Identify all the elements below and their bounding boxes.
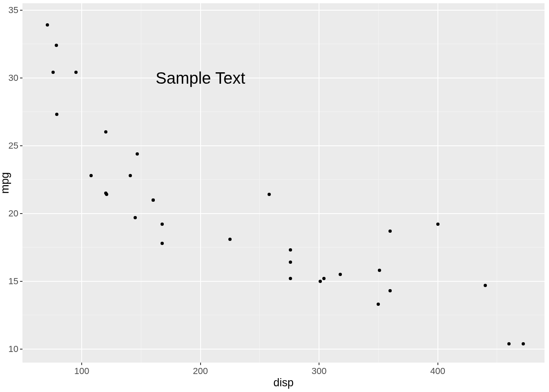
data-point [268,193,271,196]
gridline-x-major [81,3,82,363]
data-point [377,303,380,306]
data-point [89,174,93,177]
annotation-text: Sample Text [156,69,245,87]
tick-mark-y [20,145,22,146]
tick-label-x: 200 [193,366,208,376]
data-point [46,23,49,27]
tick-label-y: 15 [7,276,18,287]
tick-mark-x [200,363,201,365]
gridline-x-major [319,3,319,363]
scatter-chart: 100200300400101520253035Sample Textdispm… [0,0,549,392]
data-point [134,216,137,219]
data-point [507,342,511,345]
gridline-y-major [22,145,545,146]
gridline-y-major [22,10,545,11]
gridline-y-major [22,349,545,350]
data-point [289,248,292,252]
gridline-x-minor [141,3,141,363]
plot-panel [22,3,545,363]
data-point [388,229,392,233]
gridline-y-minor [22,111,545,112]
data-point [161,242,164,245]
data-point [378,269,381,272]
tick-mark-y [20,78,22,78]
tick-mark-x [319,363,319,365]
tick-mark-x [437,363,438,365]
gridline-x-major [200,3,201,363]
data-point [388,289,392,292]
tick-mark-y [20,349,22,350]
data-point [152,198,155,202]
data-point [319,280,322,283]
data-point [104,130,107,134]
data-point [484,284,487,287]
data-point [129,174,132,177]
data-point [322,277,326,280]
tick-label-y: 20 [7,208,18,219]
data-point [55,44,58,47]
data-point [436,223,440,226]
tick-label-y: 30 [7,73,18,83]
gridline-y-major [22,78,545,78]
gridline-y-minor [22,179,545,180]
y-axis-title: mpg [0,172,11,194]
tick-mark-x [81,363,82,365]
data-point [289,261,292,264]
data-point [136,152,139,156]
data-point [55,113,58,116]
gridline-x-minor [497,3,497,363]
tick-label-y: 10 [7,344,18,354]
data-point [51,71,55,74]
data-point [522,342,525,345]
tick-label-x: 400 [430,366,445,376]
tick-label-x: 300 [312,366,327,376]
x-axis-title: disp [273,376,294,389]
gridline-y-minor [22,247,545,247]
tick-label-x: 100 [74,366,89,376]
gridline-x-major [437,3,438,363]
data-point [105,193,108,196]
data-point [161,223,164,226]
gridline-y-minor [22,315,545,315]
tick-mark-y [20,281,22,282]
tick-label-y: 35 [7,5,18,16]
gridline-y-minor [22,44,545,44]
tick-label-y: 25 [7,140,18,151]
tick-mark-y [20,10,22,11]
data-point [339,273,342,276]
data-point [74,71,78,74]
tick-mark-y [20,213,22,214]
gridline-y-major [22,281,545,282]
gridline-y-major [22,213,545,214]
data-point [228,238,232,241]
gridline-x-minor [378,3,379,363]
gridline-x-minor [259,3,260,363]
data-point [289,277,292,280]
